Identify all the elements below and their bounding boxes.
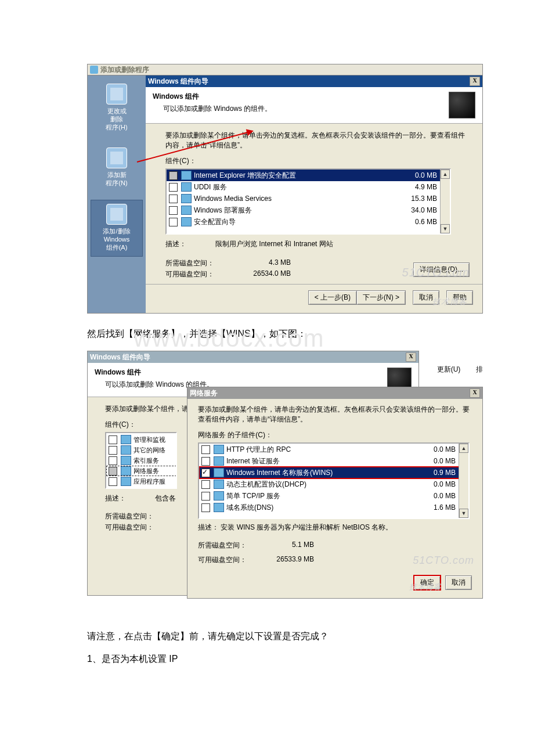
desc-key: 描述： bbox=[198, 523, 219, 531]
list-item[interactable]: HTTP 代理上的 RPC 0.0 MB bbox=[199, 444, 460, 455]
item-size: 0.0 MB bbox=[415, 457, 458, 465]
components-list[interactable]: Internet Explorer 增强的安全配置 0.0 MB UDDI 服务… bbox=[165, 168, 451, 235]
windows-components-icon bbox=[106, 204, 127, 225]
item-size: 4.9 MB bbox=[396, 183, 439, 191]
ok-button[interactable]: 确定 bbox=[414, 575, 441, 590]
details-button[interactable]: 详细信息(D)... bbox=[413, 262, 470, 277]
space-av-key: 可用磁盘空间： bbox=[105, 523, 154, 532]
list-item[interactable]: Windows Media Services 15.3 MB bbox=[167, 193, 442, 204]
wizard-titlebar: Windows 组件向导 X bbox=[146, 75, 482, 87]
checkbox[interactable] bbox=[201, 445, 210, 454]
arp-icon bbox=[90, 66, 98, 74]
list-item[interactable]: 安全配置向导 0.6 MB bbox=[167, 216, 442, 228]
scroll-down-icon[interactable]: ▼ bbox=[441, 224, 450, 233]
update-link[interactable]: 更新(U) bbox=[437, 365, 461, 373]
space-req-val: 5.1 MB bbox=[262, 541, 314, 555]
next-button[interactable]: 下一步(N) > bbox=[356, 290, 406, 305]
checkbox[interactable] bbox=[201, 503, 210, 512]
list-item[interactable]: 简单 TCP/IP 服务 0.0 MB bbox=[199, 490, 460, 502]
scroll-up-icon[interactable]: ▲ bbox=[459, 444, 468, 453]
checkbox[interactable] bbox=[169, 171, 178, 180]
dhcp-icon bbox=[214, 480, 224, 489]
scw-icon bbox=[181, 217, 192, 226]
side-label: 添加/删除 bbox=[92, 227, 141, 235]
list-item[interactable]: 其它的网络 bbox=[106, 445, 177, 455]
list-item[interactable]: Windows 部署服务 34.0 MB bbox=[167, 204, 442, 216]
checkbox[interactable] bbox=[109, 435, 117, 444]
cancel-button[interactable]: 取消 bbox=[413, 290, 439, 305]
item-label: Windows Internet 名称服务(WINS) bbox=[226, 468, 415, 478]
item-label: 应用程序服 bbox=[134, 477, 165, 486]
add-new-icon bbox=[106, 147, 127, 168]
arp-sidebar: 更改或 删除 程序(H) 添加新 程序(N) 添加/删除 Windows 组件(… bbox=[88, 75, 146, 313]
scroll-up-icon[interactable]: ▲ bbox=[441, 170, 450, 179]
close-icon[interactable]: X bbox=[470, 77, 480, 86]
dialog-title: 网络服务 bbox=[190, 388, 218, 398]
sidebar-item-windows-components[interactable]: 添加/删除 Windows 组件(A) bbox=[91, 200, 143, 257]
item-size: 0.0 MB bbox=[415, 445, 458, 453]
list-item-network-services[interactable]: 网络服务 bbox=[106, 466, 177, 476]
space-req-key: 所需磁盘空间： bbox=[105, 512, 154, 521]
list-item[interactable]: 管理和监视 bbox=[106, 434, 177, 445]
list-item[interactable]: 动态主机配置协议(DHCP) 0.0 MB bbox=[199, 478, 460, 490]
item-label: 简单 TCP/IP 服务 bbox=[226, 491, 415, 501]
subcomponents-label: 网络服务 的子组件(C)： bbox=[198, 430, 472, 440]
sort-link[interactable]: 排 bbox=[476, 365, 483, 373]
checkbox[interactable] bbox=[109, 477, 117, 486]
checkbox[interactable] bbox=[169, 183, 178, 192]
wizard-head-title: Windows 组件 bbox=[153, 92, 272, 102]
ias-icon bbox=[214, 456, 224, 466]
components-list[interactable]: 管理和监视 其它的网络 索引服务 bbox=[105, 432, 177, 489]
list-item[interactable]: 域名系统(DNS) 1.6 MB bbox=[199, 502, 460, 513]
checkbox[interactable] bbox=[201, 480, 210, 489]
cancel-button[interactable]: 取消 bbox=[445, 575, 472, 590]
scrollbar[interactable]: ▲ ▼ bbox=[459, 444, 468, 518]
checkbox[interactable] bbox=[109, 446, 117, 455]
back-button[interactable]: < 上一步(B) bbox=[308, 290, 356, 305]
list-item[interactable]: 索引服务 bbox=[106, 455, 177, 466]
desc-key: 描述： bbox=[105, 494, 155, 503]
extra-links: 更新(U) 排 bbox=[437, 365, 483, 375]
checkbox[interactable] bbox=[201, 469, 210, 477]
checkbox[interactable] bbox=[109, 467, 117, 476]
checkbox[interactable] bbox=[169, 218, 178, 226]
subcomponents-list[interactable]: HTTP 代理上的 RPC 0.0 MB Internet 验证服务 0.0 M… bbox=[198, 442, 470, 519]
item-label: 网络服务 bbox=[134, 467, 159, 476]
close-icon[interactable]: X bbox=[470, 388, 480, 398]
checkbox[interactable] bbox=[169, 195, 178, 203]
list-item-wins[interactable]: Windows Internet 名称服务(WINS) 0.9 MB bbox=[199, 467, 460, 478]
dns-icon bbox=[214, 503, 224, 512]
arp-title: 添加或删除程序 bbox=[100, 65, 149, 75]
components-label: 组件(C)： bbox=[165, 156, 471, 166]
desc-val: 限制用户浏览 Internet 和 Intranet 网站 bbox=[215, 239, 333, 249]
list-item[interactable]: UDDI 服务 4.9 MB bbox=[167, 181, 442, 193]
side-label: 删除 bbox=[92, 115, 141, 123]
sidebar-item-add-new[interactable]: 添加新 程序(N) bbox=[91, 144, 142, 192]
sidebar-item-change-remove[interactable]: 更改或 删除 程序(H) bbox=[91, 80, 142, 136]
item-label: 其它的网络 bbox=[134, 446, 165, 455]
item-label: 动态主机配置协议(DHCP) bbox=[226, 480, 415, 489]
doc-paragraph: 请注意，在点击【确定】前，请先确定以下设置是否完成？ bbox=[87, 631, 453, 643]
side-label: Windows bbox=[92, 235, 141, 243]
space-av-key: 可用磁盘空间： bbox=[198, 555, 262, 565]
scrollbar[interactable]: ▲ ▼ bbox=[440, 170, 450, 233]
list-item[interactable]: Internet 验证服务 0.0 MB bbox=[199, 455, 460, 467]
ie-icon bbox=[181, 171, 192, 180]
item-label: Internet 验证服务 bbox=[226, 456, 415, 466]
scroll-down-icon[interactable]: ▼ bbox=[459, 509, 468, 518]
list-item[interactable]: Internet Explorer 增强的安全配置 0.0 MB bbox=[167, 170, 442, 181]
checkbox[interactable] bbox=[201, 457, 210, 466]
help-button[interactable]: 帮助 bbox=[446, 290, 473, 305]
close-icon[interactable]: X bbox=[406, 352, 416, 362]
item-label: Internet Explorer 增强的安全配置 bbox=[194, 171, 396, 181]
arp-titlebar: 添加或删除程序 bbox=[87, 64, 483, 75]
checkbox[interactable] bbox=[201, 492, 210, 501]
list-item[interactable]: 应用程序服 bbox=[106, 476, 177, 487]
checkbox[interactable] bbox=[109, 456, 117, 465]
component-icon bbox=[121, 477, 131, 486]
checkbox[interactable] bbox=[169, 206, 178, 215]
wizard-title: Windows 组件向导 bbox=[90, 352, 150, 362]
space-req-key: 所需磁盘空间： bbox=[198, 541, 262, 555]
item-label: 索引服务 bbox=[134, 456, 159, 465]
component-icon bbox=[121, 456, 131, 465]
